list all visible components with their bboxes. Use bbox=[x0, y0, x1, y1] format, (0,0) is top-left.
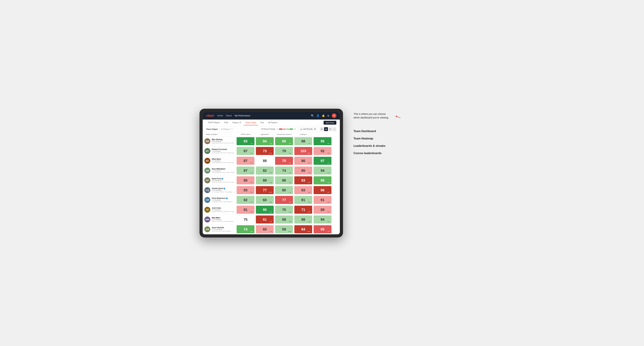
avatar: BM bbox=[204, 138, 210, 144]
change-value: 4 bbox=[250, 172, 251, 173]
player-handicap: 11-15 Handicap bbox=[212, 229, 236, 230]
score-change: 6 bbox=[308, 191, 310, 193]
score-change: 8 bbox=[328, 191, 330, 193]
subnav-pga[interactable]: PGA bbox=[222, 120, 230, 125]
annotation-item-3: Course leaderboards bbox=[354, 150, 402, 157]
subnav-hcaps[interactable]: Hcaps 1-5 bbox=[231, 120, 243, 125]
table-row[interactable]: CRChris Robertson✓1-5 HandicapCraigmilla… bbox=[203, 195, 340, 205]
score-change: 4 bbox=[328, 231, 330, 232]
col-approach[interactable]: Approach ▾ bbox=[255, 132, 274, 136]
arrow-down-icon bbox=[252, 231, 253, 232]
team-info-right: 20 Round Change -5 +5 📊 Last Rounds: bbox=[261, 127, 336, 131]
players-table: BMBlair McHargPlus HandicapRoyal North D… bbox=[203, 137, 340, 234]
table-row[interactable]: JCJosh Coles1-5 HandicapRoyal North Devo… bbox=[203, 205, 340, 215]
arrow-up-icon bbox=[328, 172, 330, 173]
notification-icon[interactable]: 🔔 bbox=[322, 114, 325, 117]
nav-my-performance[interactable]: My Performance bbox=[235, 114, 250, 118]
arrow-up-icon bbox=[309, 152, 310, 154]
change-value: 3 bbox=[250, 211, 251, 213]
team-name: Team Clippd bbox=[206, 128, 218, 130]
score-change: 8 bbox=[250, 231, 253, 232]
table-row[interactable]: CQCharlie Quick✓6-10 HandicapSt. George'… bbox=[203, 185, 340, 195]
table-row[interactable]: BMBlair McHargPlus HandicapRoyal North D… bbox=[203, 137, 340, 146]
grid-view-button[interactable]: ⊞ bbox=[320, 127, 324, 131]
user-avatar[interactable]: U bbox=[332, 113, 336, 118]
score-cell-3-0: 874 bbox=[236, 167, 254, 174]
annotation-item-0: Team Dashboard bbox=[354, 128, 402, 135]
score-cell-2-1: 88 bbox=[256, 157, 274, 165]
table-row[interactable]: MMMatt Miller6-10 HandicapWoburn Golf Cl… bbox=[203, 215, 340, 224]
score-cell-6-1: 602 bbox=[256, 196, 274, 204]
heatmap-view-button[interactable]: ▦ bbox=[324, 127, 328, 131]
subnav-all-players[interactable]: All Players bbox=[266, 120, 279, 125]
score-cell-9-0: 748 bbox=[236, 225, 254, 233]
change-value: 4 bbox=[289, 221, 290, 222]
player-handicap: 1-5 Handicap bbox=[212, 170, 236, 172]
player-handicap: 1-5 Handicap bbox=[212, 209, 236, 211]
arrow-down-icon bbox=[309, 182, 310, 183]
player-handicap: 6-10 Handicap bbox=[212, 219, 236, 220]
score-change: 3 bbox=[328, 152, 330, 154]
col-putting[interactable]: Putting ▾ bbox=[294, 132, 313, 136]
player-club: Royal North Devon Golf Club, United King… bbox=[212, 181, 236, 183]
arrow-down-icon bbox=[328, 231, 330, 232]
list-view-button[interactable]: ☰ bbox=[328, 127, 332, 131]
table-row[interactable]: DFDavid Ford✓Plus HandicapRoyal North De… bbox=[203, 176, 340, 185]
round-change-neg: -5 bbox=[276, 128, 278, 130]
settings-icon[interactable]: ⊕ bbox=[327, 114, 329, 117]
col-off-tee[interactable]: Off the Tee ▾ bbox=[236, 132, 255, 136]
player-details: Matt Miller6-10 HandicapWoburn Golf Club… bbox=[212, 217, 236, 222]
annotation-panel: This is where you can choose which dashb… bbox=[354, 109, 402, 157]
score-number: 71 bbox=[301, 208, 305, 212]
arrow-up-icon bbox=[252, 143, 253, 144]
arrow-up-icon bbox=[328, 221, 330, 222]
score-change: 15 bbox=[308, 152, 310, 154]
change-value: 4 bbox=[308, 201, 309, 203]
nav-teams[interactable]: Teams bbox=[226, 114, 232, 118]
arrow-down-icon bbox=[290, 162, 291, 164]
col-player-quality[interactable]: Player Quality ▾ bbox=[204, 132, 236, 136]
score-change: 3 bbox=[250, 162, 253, 164]
player-details: Aaron Nicholls11-15 HandicapDrift Golf C… bbox=[212, 227, 236, 232]
score-number: 85 bbox=[320, 227, 324, 231]
score-change: 10 bbox=[288, 231, 291, 232]
score-cell-6-4: 913 bbox=[314, 196, 332, 204]
change-value: 3 bbox=[270, 221, 270, 222]
score-number: 95 bbox=[263, 208, 267, 212]
table-row[interactable]: EEElliot Ebert1-5 HandicapSunningdale Go… bbox=[203, 156, 340, 166]
change-value: 2 bbox=[289, 211, 290, 213]
add-team-button[interactable]: Add Team bbox=[324, 121, 336, 125]
score-cell-0-3: 881 bbox=[294, 137, 312, 145]
player-details: Charlie Quick✓6-10 HandicapSt. George's … bbox=[212, 187, 236, 193]
logo[interactable]: clippd bbox=[206, 114, 214, 117]
score-number: 84 bbox=[263, 139, 267, 143]
search-icon[interactable]: 🔍 bbox=[311, 114, 314, 117]
table-row[interactable]: ECEdward Crossman1-5 HandicapSunningdale… bbox=[203, 146, 340, 156]
score-change: 1 bbox=[289, 191, 291, 193]
score-cell-0-2: 858 bbox=[275, 137, 293, 145]
arrow-up-icon bbox=[328, 162, 330, 164]
table-row[interactable]: DBDave Billingham1-5 HandicapGog Magog G… bbox=[203, 166, 340, 176]
avatar: AN bbox=[204, 226, 210, 232]
score-number: 91 bbox=[320, 198, 324, 202]
download-button[interactable]: ↓ bbox=[332, 127, 336, 131]
player-handicap: 6-10 Handicap bbox=[212, 189, 236, 191]
score-number: 80 bbox=[282, 178, 286, 182]
edit-icon[interactable]: ✏ bbox=[231, 128, 233, 130]
player-info-2: EEElliot Ebert1-5 HandicapSunningdale Go… bbox=[204, 157, 236, 165]
score-change: 2 bbox=[270, 201, 272, 203]
arrow-up-icon bbox=[252, 172, 253, 173]
subnav-tour[interactable]: Tour bbox=[258, 120, 266, 125]
profile-icon[interactable]: 👤 bbox=[316, 114, 320, 117]
nav-home[interactable]: Home bbox=[217, 114, 223, 118]
last-rounds-button[interactable]: 📊 Last Rounds: 20 bbox=[298, 127, 318, 131]
col-around-green[interactable]: Around the Green ▾ bbox=[274, 132, 294, 136]
score-cell-7-0: 813 bbox=[236, 206, 254, 214]
subnav-team-clippd[interactable]: Team Clippd bbox=[244, 120, 258, 125]
table-row[interactable]: ANAaron Nicholls11-15 HandicapDrift Golf… bbox=[203, 224, 340, 234]
score-cell-4-1: 897 bbox=[256, 176, 274, 184]
arrow-down-icon bbox=[328, 211, 330, 213]
change-value: 9 bbox=[328, 143, 328, 144]
score-cell-3-1: 824 bbox=[256, 167, 274, 174]
subnav-pgat[interactable]: PGAT Players bbox=[206, 120, 222, 125]
